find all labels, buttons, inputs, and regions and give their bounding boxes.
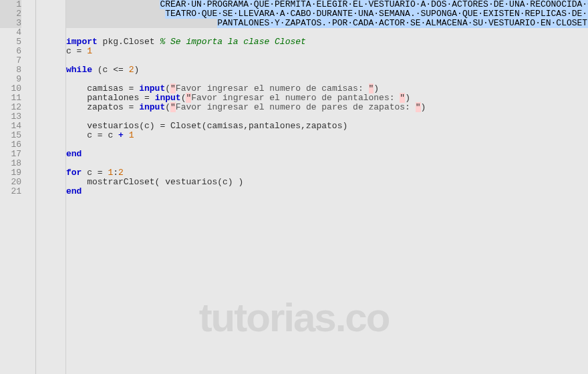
code-token: 2 xyxy=(118,168,124,178)
code-area[interactable]: CREAR·UN·PROGRAMA·QUE·PERMITA·ELEGIR·EL·… xyxy=(66,0,588,374)
code-token: c = xyxy=(82,168,108,178)
code-line[interactable]: c = 1 xyxy=(66,47,588,56)
code-line[interactable]: PANTALONES·Y·ZAPATOS.·POR·CADA·ACTOR·SE·… xyxy=(66,19,588,28)
code-token: PANTALONES·Y·ZAPATOS.·POR·CADA·ACTOR·SE·… xyxy=(217,18,588,28)
line-number: 1 xyxy=(0,0,21,9)
line-number: 3 xyxy=(0,19,21,28)
line-number: 7 xyxy=(0,56,21,65)
code-token xyxy=(124,130,129,140)
code-token xyxy=(66,9,165,19)
line-number: 4 xyxy=(0,28,21,37)
line-number: 20 xyxy=(0,178,21,187)
code-token: for xyxy=(66,168,82,178)
code-line[interactable] xyxy=(66,56,588,65)
code-line[interactable]: vestuarios(c) = Closet(camisas,pantalone… xyxy=(66,122,588,131)
code-token: ( xyxy=(165,83,170,94)
code-token: ) xyxy=(134,65,139,75)
code-line[interactable]: camisas = input("Favor ingresar el numer… xyxy=(66,84,588,94)
code-line[interactable]: zapatos = input("Favor ingresar el numer… xyxy=(66,103,588,112)
code-token: input xyxy=(139,102,165,112)
code-token: (c <= xyxy=(92,65,129,75)
line-number: 8 xyxy=(0,65,21,75)
code-line[interactable]: CREAR·UN·PROGRAMA·QUE·PERMITA·ELEGIR·EL·… xyxy=(66,0,588,9)
code-token: input xyxy=(155,93,181,103)
code-line[interactable]: TEATRO·QUE·SE·LLEVARA·A·CABO·DURANTE·UNA… xyxy=(66,9,588,19)
line-number: 13 xyxy=(0,112,21,122)
code-token: pkg.Closet xyxy=(98,37,160,47)
code-token: " xyxy=(170,83,176,94)
code-line[interactable] xyxy=(66,75,588,84)
code-token: CREAR·UN·PROGRAMA·QUE·PERMITA·ELEGIR·EL·… xyxy=(160,0,588,9)
code-token: input xyxy=(139,83,165,94)
margin-strip xyxy=(36,0,66,374)
line-number: 10 xyxy=(0,84,21,94)
code-token: import xyxy=(66,37,98,47)
code-line[interactable] xyxy=(66,112,588,122)
code-line[interactable]: end xyxy=(66,187,588,196)
line-number: 18 xyxy=(0,159,21,168)
code-token: mostrarCloset( vestuarios(c) ) xyxy=(66,177,243,187)
line-number: 5 xyxy=(0,37,21,47)
code-token: TEATRO·QUE·SE·LLEVARA·A·CABO·DURANTE·UNA… xyxy=(165,9,588,19)
line-number: 11 xyxy=(0,94,21,103)
line-number: 14 xyxy=(0,122,21,131)
code-token: ( xyxy=(165,102,170,112)
code-token: + xyxy=(118,130,124,140)
code-editor[interactable]: 123456789101112131415161718192021 CREAR·… xyxy=(0,0,588,374)
code-token: camisas = xyxy=(66,83,139,94)
code-line[interactable]: end xyxy=(66,150,588,159)
code-token xyxy=(66,18,217,28)
line-number: 2 xyxy=(0,9,21,19)
code-token: : xyxy=(113,168,118,178)
line-number: 6 xyxy=(0,47,21,56)
code-line[interactable] xyxy=(66,28,588,37)
code-token: while xyxy=(66,65,92,75)
code-token: ) xyxy=(421,102,426,112)
code-token: 1 xyxy=(129,130,134,140)
code-line[interactable] xyxy=(66,159,588,168)
line-number: 16 xyxy=(0,140,21,150)
line-number: 21 xyxy=(0,187,21,196)
code-token: zapatos = xyxy=(66,102,139,112)
code-token: " xyxy=(170,102,176,112)
code-token: vestuarios(c) = Closet(camisas,pantalone… xyxy=(66,121,347,131)
code-line[interactable]: pantalones = input("Favor ingresar el nu… xyxy=(66,94,588,103)
code-token: Favor ingresar el numero de camisas: xyxy=(176,83,369,94)
code-token: ) xyxy=(405,93,410,103)
code-token: end xyxy=(66,186,82,196)
code-token: pantalones = xyxy=(66,93,155,103)
line-number: 19 xyxy=(0,168,21,178)
code-token xyxy=(66,0,160,9)
code-line[interactable]: import pkg.Closet % Se importa la clase … xyxy=(66,37,588,47)
code-token: 1 xyxy=(87,46,92,56)
code-line[interactable]: mostrarCloset( vestuarios(c) ) xyxy=(66,178,588,187)
code-line[interactable] xyxy=(66,140,588,150)
code-token: Favor ingresar el numero de pares de zap… xyxy=(176,102,416,112)
code-token: ) xyxy=(374,83,379,94)
code-token: Favor ingresar el numero de pantalones: xyxy=(191,93,400,103)
code-token: end xyxy=(66,149,82,159)
code-token: c = xyxy=(66,46,87,56)
code-line[interactable]: for c = 1:2 xyxy=(66,168,588,178)
code-token: % Se importa la clase Closet xyxy=(160,37,305,47)
code-line[interactable]: c = c + 1 xyxy=(66,131,588,140)
code-line[interactable]: while (c <= 2) xyxy=(66,65,588,75)
code-token: " xyxy=(400,93,405,103)
line-number: 12 xyxy=(0,103,21,112)
fold-strip xyxy=(27,0,36,374)
code-token: " xyxy=(416,102,421,112)
line-number-gutter: 123456789101112131415161718192021 xyxy=(0,0,27,374)
line-number: 15 xyxy=(0,131,21,140)
line-number: 17 xyxy=(0,150,21,159)
code-token: c = c xyxy=(66,130,118,140)
line-number: 9 xyxy=(0,75,21,84)
